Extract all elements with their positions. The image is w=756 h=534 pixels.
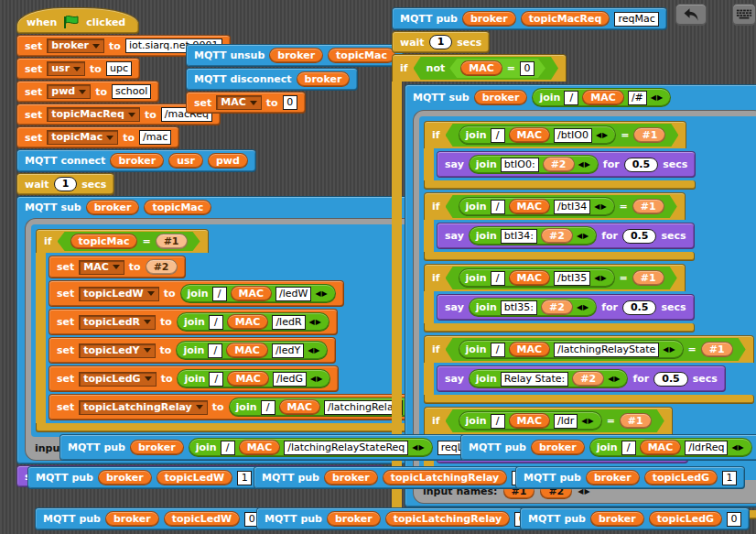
say-secs-input[interactable]: 0.5 (653, 372, 688, 387)
wait-block[interactable]: wait 1 secs (392, 31, 490, 53)
join-reporter[interactable]: join / MAC /ldrReq ◀▶ (589, 438, 752, 457)
variable-mac[interactable]: MAC (227, 314, 269, 330)
variable-mac[interactable]: MAC (640, 440, 682, 455)
set-topiclatchingrelay-block[interactable]: set topicLatchingRelay to join / MAC /la… (49, 394, 435, 420)
if-bti35-block[interactable]: if join / MAC /btI35 ◀▶ (424, 264, 695, 332)
say-block[interactable]: say join btI34: #2 ◀▶ for 0.5 (437, 223, 695, 249)
mqtt-connect-block[interactable]: MQTT connect broker usr pwd (16, 149, 256, 172)
mqtt-pub-latchingrelay-on-block[interactable]: MQTT pub broker topicLatchingRelay 1 (254, 466, 535, 489)
mqtt-pub-latchingrelay-off-block[interactable]: MQTT pub broker topicLatchingRelay 0 (256, 507, 537, 530)
arity-arrows[interactable]: ◀▶ (651, 93, 664, 102)
join-input[interactable]: / (491, 128, 505, 143)
join-reporter[interactable]: join / MAC /ledG ◀▶ (177, 369, 330, 388)
payload-input[interactable]: 1 (237, 471, 252, 485)
join-input[interactable]: / (564, 91, 578, 105)
equals-predicate[interactable]: join / MAC /latchingRelayState ◀▶ = #1 (446, 338, 746, 361)
join-input[interactable]: /# (628, 91, 647, 105)
set-topicmac-block[interactable]: set topicMac to /mac (16, 126, 179, 148)
arity-arrows[interactable]: ◀▶ (309, 318, 322, 326)
variable-dropdown-topicmacreq[interactable]: topicMacReq (47, 107, 140, 122)
set-topicledy-block[interactable]: set topicLedY to join / MAC /ledY ◀▶ (49, 337, 336, 364)
if-topicmac-block[interactable]: if topicMac = #1 set MAC to (36, 229, 435, 432)
variable-topicmacreq[interactable]: topicMacReq (521, 11, 610, 27)
mqtt-pub-ledg-off-block[interactable]: MQTT pub broker topicLedG 0 (520, 507, 750, 530)
variable-mac[interactable]: MAC (227, 371, 269, 387)
mqtt-pub-ledw-on-block[interactable]: MQTT pub broker topicLedW 1 (27, 466, 260, 489)
join-input[interactable]: Relay State: (501, 372, 569, 387)
say-block[interactable]: say join btIO0: #2 ◀▶ for 0.5 (437, 151, 696, 178)
variable-broker[interactable]: broker (324, 470, 378, 485)
variable-dropdown-mac[interactable]: MAC (79, 260, 124, 275)
join-input[interactable]: btI35: (501, 300, 537, 315)
variable-mac[interactable]: MAC (509, 413, 551, 429)
join-reporter[interactable]: join / MAC /ledR ◀▶ (177, 312, 329, 332)
argument-1[interactable]: #1 (633, 127, 665, 143)
variable-topic[interactable]: topicLedG (644, 470, 718, 485)
mqtt-pub-latchingrelaystatereq-block[interactable]: MQTT pub broker join / MAC /latchingRela… (59, 434, 507, 461)
set-topicledg-block[interactable]: set topicLedG to join / MAC /ledG ◀▶ (49, 365, 339, 392)
variable-topic[interactable]: topicLedW (164, 511, 240, 527)
mqtt-pub-ledw-off-block[interactable]: MQTT pub broker topicLedW 0 (35, 507, 267, 530)
variable-broker[interactable]: broker (590, 511, 644, 527)
wait-secs-input[interactable]: 1 (54, 177, 78, 191)
join-reporter[interactable]: join / MAC /btI34 ◀▶ (459, 197, 615, 216)
arity-arrows[interactable]: ◀▶ (578, 160, 591, 169)
variable-dropdown-pwd[interactable]: pwd (47, 84, 91, 99)
variable-topicmac[interactable]: topicMac (144, 200, 211, 215)
variable-broker[interactable]: broker (327, 511, 381, 527)
variable-topic[interactable]: topicLedW (157, 470, 232, 485)
join-input[interactable]: /ledW (275, 287, 311, 301)
variable-usr[interactable]: usr (168, 153, 203, 169)
say-block[interactable]: say join Relay State: #2 ◀▶ for (437, 365, 726, 392)
argument-2[interactable]: #2 (572, 371, 604, 387)
argument-2[interactable]: #2 (541, 228, 573, 244)
argument-2[interactable]: #2 (146, 259, 178, 275)
variable-mac[interactable]: MAC (279, 399, 321, 415)
say-secs-input[interactable]: 0.5 (622, 300, 657, 315)
arity-arrows[interactable]: ◀▶ (310, 375, 323, 383)
join-input[interactable]: / (221, 441, 235, 455)
variable-mac[interactable]: MAC (509, 342, 551, 357)
variable-dropdown-topicledw[interactable]: topicLedW (79, 287, 158, 301)
arity-arrows[interactable]: ◀▶ (731, 443, 744, 452)
equals-predicate[interactable]: join / MAC /ldr ◀▶ = #1 (446, 409, 664, 432)
mqtt-pub-ldrreq-block[interactable]: MQTT pub broker join / MAC /ldrReq ◀▶ re… (460, 434, 756, 461)
variable-broker[interactable]: broker (474, 90, 528, 105)
join-input[interactable]: /ledR (272, 315, 305, 330)
variable-mac[interactable]: MAC (582, 90, 624, 105)
join-input[interactable]: /ldrReq (685, 441, 728, 455)
variable-mac[interactable]: MAC (231, 286, 273, 301)
join-input[interactable]: /ldr (554, 414, 578, 429)
payload-input[interactable]: 1 (722, 471, 737, 485)
join-input[interactable]: btIO0: (501, 158, 539, 172)
join-input[interactable]: / (491, 414, 505, 429)
equals-predicate[interactable]: topicMac = #1 (58, 232, 200, 251)
argument-1[interactable]: #1 (156, 234, 188, 249)
join-input[interactable]: /btIO0 (554, 128, 592, 143)
join-input[interactable]: /latchingRelayStateReq (284, 441, 408, 455)
variable-mac[interactable]: MAC (226, 343, 268, 358)
join-reporter[interactable]: join btI35: #2 ◀▶ (469, 298, 597, 317)
join-input[interactable]: / (621, 441, 636, 455)
mac-value-input[interactable]: 0 (283, 95, 297, 110)
join-input[interactable]: / (491, 271, 505, 286)
variable-dropdown-topiclatchingrelay[interactable]: topicLatchingRelay (79, 400, 207, 415)
mqtt-unsub-block[interactable]: MQTT unsub broker topicMac (186, 44, 404, 67)
pwd-value-input[interactable]: school (112, 84, 151, 99)
variable-mac[interactable]: MAC (239, 440, 281, 455)
join-input[interactable]: / (209, 372, 223, 387)
join-reporter[interactable]: join / MAC /ldr ◀▶ (459, 411, 602, 430)
argument-1[interactable]: #1 (632, 199, 664, 214)
if-btio0-block[interactable]: if join / MAC /btIO0 ◀▶ (424, 121, 696, 190)
variable-broker[interactable]: broker (297, 71, 351, 87)
mqtt-sub-topicmac-block[interactable]: MQTT sub broker topicMac if topicMac = #… (16, 196, 454, 464)
when-green-flag-clicked-hat[interactable]: when clicked (16, 7, 139, 34)
variable-topicmac[interactable]: topicMac (70, 234, 138, 249)
payload-input[interactable]: reqMac (614, 12, 658, 27)
mqtt-pub-ledg-on-block[interactable]: MQTT pub broker topicLedG 1 (515, 466, 745, 489)
arity-arrows[interactable]: ◀▶ (577, 303, 589, 311)
arity-arrows[interactable]: ◀▶ (596, 131, 609, 139)
variable-broker[interactable]: broker (105, 511, 159, 527)
not-predicate[interactable]: not MAC = 0 (414, 57, 558, 80)
set-usr-block[interactable]: set usr to upc (16, 58, 140, 80)
